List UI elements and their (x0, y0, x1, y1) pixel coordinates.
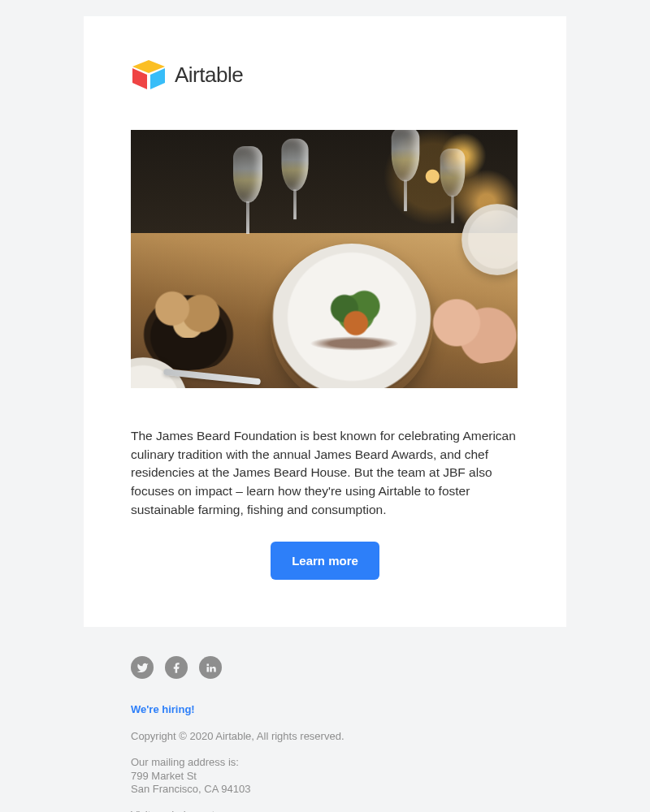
body-paragraph: The James Beard Foundation is best known… (131, 427, 519, 519)
address-line-2: San Francisco, CA 94103 (131, 783, 519, 796)
twitter-link[interactable] (131, 656, 154, 679)
help-center-link[interactable]: Visit our help center (131, 809, 519, 812)
email-card: Airtable The James Beard Foundation is b… (84, 16, 566, 627)
hiring-link[interactable]: We're hiring! (131, 703, 519, 715)
linkedin-link[interactable] (199, 656, 222, 679)
facebook-icon (171, 662, 183, 674)
social-links (131, 656, 519, 679)
copyright-text: Copyright © 2020 Airtable, All rights re… (131, 730, 519, 743)
address-line-1: 799 Market St (131, 770, 519, 783)
airtable-logo-icon (131, 60, 167, 89)
email-footer: We're hiring! Copyright © 2020 Airtable,… (84, 627, 566, 812)
brand-logo[interactable]: Airtable (131, 60, 519, 89)
learn-more-button[interactable]: Learn more (271, 542, 379, 580)
legal-text: Copyright © 2020 Airtable, All rights re… (131, 730, 519, 812)
linkedin-icon (205, 662, 217, 674)
facebook-link[interactable] (165, 656, 188, 679)
twitter-icon (136, 662, 149, 674)
hero-image (131, 130, 518, 388)
brand-name: Airtable (175, 63, 243, 88)
address-label: Our mailing address is: (131, 756, 519, 769)
